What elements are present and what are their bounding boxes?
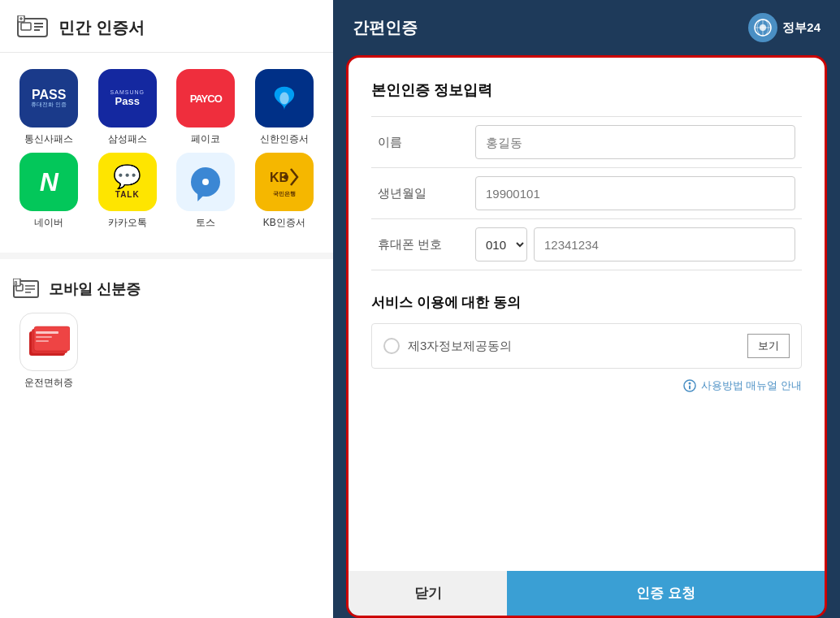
svg-text:8: 8 (14, 279, 18, 287)
mobile-id-header-icon: 8 (13, 279, 39, 300)
consent-left: 제3자정보제공동의 (383, 338, 512, 354)
view-button[interactable]: 보기 (747, 334, 790, 358)
main-content: 본인인증 정보입력 이름 생년월일 휴대폰 번호 010 (346, 55, 827, 571)
samsung-icon: SAMSUNG Pass (98, 69, 157, 127)
cert-label-naver: 네이버 (34, 216, 63, 230)
right-panel: 간편인증 정부24 본인인증 정보입력 이름 (333, 0, 840, 618)
svg-rect-23 (36, 340, 49, 342)
cert-label-samsung: 삼성패스 (108, 132, 147, 146)
svg-rect-22 (36, 336, 52, 338)
mobile-id-title: 모바일 신분증 (49, 279, 141, 299)
phone-field-cell: 010 011 016 017 018 019 (469, 218, 802, 270)
close-button[interactable]: 닫기 (349, 571, 507, 616)
toss-icon (176, 153, 235, 211)
svg-rect-20 (34, 326, 70, 351)
mobile-id-section: 8 모바일 신분증 (0, 266, 333, 396)
cert-label-kakao: 카카오톡 (108, 216, 147, 230)
phone-label: 휴대폰 번호 (371, 218, 469, 270)
kakao-icon: 💬 TALK (98, 153, 157, 211)
svg-point-30 (688, 382, 691, 385)
svg-rect-1 (21, 23, 31, 30)
form-table: 이름 생년월일 휴대폰 번호 010 011 (371, 116, 802, 270)
auth-button[interactable]: 인증 요청 (507, 571, 825, 616)
cert-item-toss[interactable]: 토스 (170, 153, 242, 230)
right-header: 간편인증 정부24 (333, 0, 840, 55)
cert-item-payco[interactable]: PAYCO 페이코 (170, 69, 242, 146)
shinhan-icon (255, 69, 314, 127)
name-input[interactable] (475, 125, 795, 159)
name-label: 이름 (371, 116, 469, 167)
help-icon (683, 379, 696, 392)
svg-rect-21 (36, 331, 58, 334)
cert-item-naver[interactable]: N 네이버 (13, 153, 85, 230)
consent-radio[interactable] (383, 338, 400, 354)
birth-row: 생년월일 (371, 167, 802, 218)
birth-field-cell (469, 167, 802, 218)
cert-item-samsung[interactable]: SAMSUNG Pass 삼성패스 (92, 69, 164, 146)
section-divider (0, 253, 333, 259)
phone-row: 휴대폰 번호 010 011 016 017 018 019 (371, 218, 802, 270)
cert-item-shinhan[interactable]: 신한인증서 (249, 69, 321, 146)
birth-label: 생년월일 (371, 167, 469, 218)
left-header: 민간 인증서 (0, 0, 333, 53)
consent-row: 제3자정보제공동의 보기 (371, 323, 802, 369)
gov-emblem-icon (748, 13, 777, 42)
cert-header-icon (16, 15, 49, 41)
svg-point-8 (279, 92, 288, 104)
form-section-title: 본인인증 정보입력 (371, 80, 802, 100)
payco-icon: PAYCO (176, 69, 235, 127)
consent-text: 제3자정보제공동의 (408, 339, 512, 354)
cert-grid: PASS 휴대전화 인증 통신사패스 SAMSUNG Pass 삼성패스 PAY… (0, 53, 333, 246)
cert-label-payco: 페이코 (191, 132, 220, 146)
cert-label-shinhan: 신한인증서 (260, 132, 309, 146)
birth-input[interactable] (475, 176, 795, 210)
bottom-bar: 닫기 인증 요청 (346, 571, 827, 618)
cert-label-kb: KB인증서 (263, 216, 305, 230)
left-header-title: 민간 인증서 (58, 17, 145, 39)
cert-label-pass: 통신사패스 (24, 132, 73, 146)
consent-section-title: 서비스 이용에 대한 동의 (371, 293, 802, 312)
pass-icon: PASS 휴대전화 인증 (19, 69, 78, 127)
svg-point-10 (284, 175, 288, 179)
cert-item-kakao[interactable]: 💬 TALK 카카오톡 (92, 153, 164, 230)
cert-label-toss: 토스 (196, 216, 215, 230)
driver-icon (19, 313, 78, 371)
right-header-title: 간편인증 (353, 17, 418, 39)
help-text: 사용방법 매뉴얼 안내 (701, 378, 802, 393)
mobile-cert-grid: 운전면허증 (13, 313, 320, 390)
left-panel: 민간 인증서 PASS 휴대전화 인증 통신사패스 SAMSUNG Pass 삼… (0, 0, 333, 618)
cert-item-driver[interactable]: 운전면허증 (13, 313, 85, 390)
help-link[interactable]: 사용방법 매뉴얼 안내 (371, 378, 802, 393)
naver-icon: N (19, 153, 78, 211)
gov24-label: 정부24 (782, 20, 821, 36)
phone-number-input[interactable] (534, 227, 795, 261)
kb-icon: KB 국민은행 (255, 153, 314, 211)
cert-label-driver: 운전면허증 (24, 376, 73, 390)
phone-prefix-select[interactable]: 010 011 016 017 018 019 (475, 227, 527, 261)
cert-item-pass[interactable]: PASS 휴대전화 인증 통신사패스 (13, 69, 85, 146)
svg-rect-31 (689, 386, 691, 390)
name-row: 이름 (371, 116, 802, 167)
cert-item-kb[interactable]: KB 국민은행 KB인증서 (249, 153, 321, 230)
name-field-cell (469, 116, 802, 167)
mobile-id-header: 8 모바일 신분증 (13, 279, 320, 300)
gov24-logo: 정부24 (748, 13, 821, 42)
